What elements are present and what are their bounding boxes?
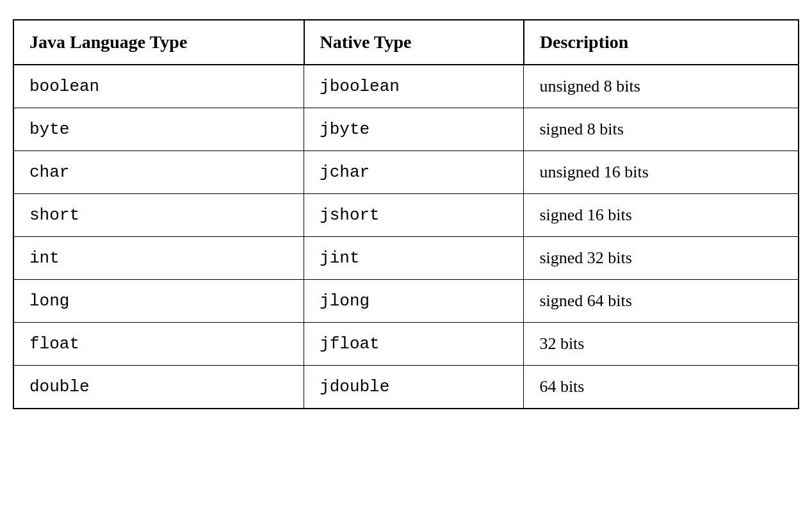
header-description: Description xyxy=(524,20,799,65)
table-row: intjintsigned 32 bits xyxy=(13,237,799,280)
table-row: bytejbytesigned 8 bits xyxy=(13,108,799,151)
table-row: doublejdouble64 bits xyxy=(13,366,799,409)
cell-native-type: jchar xyxy=(304,151,524,194)
table-wrapper: Java Language Type Native Type Descripti… xyxy=(13,19,799,409)
table-header-row: Java Language Type Native Type Descripti… xyxy=(13,20,799,65)
table-row: charjcharunsigned 16 bits xyxy=(13,151,799,194)
table-row: booleanjbooleanunsigned 8 bits xyxy=(13,65,799,108)
cell-description: 64 bits xyxy=(524,366,799,409)
cell-description: signed 16 bits xyxy=(524,194,799,237)
table-row: longjlongsigned 64 bits xyxy=(13,280,799,323)
cell-description: signed 8 bits xyxy=(524,108,799,151)
cell-java-type: int xyxy=(13,237,304,280)
header-java-language-type: Java Language Type xyxy=(13,20,304,65)
cell-java-type: boolean xyxy=(13,65,304,108)
cell-description: unsigned 8 bits xyxy=(524,65,799,108)
cell-description: 32 bits xyxy=(524,323,799,366)
cell-java-type: float xyxy=(13,323,304,366)
cell-java-type: double xyxy=(13,366,304,409)
cell-native-type: jlong xyxy=(304,280,524,323)
cell-java-type: short xyxy=(13,194,304,237)
table-row: floatjfloat32 bits xyxy=(13,323,799,366)
cell-native-type: jfloat xyxy=(304,323,524,366)
cell-native-type: jint xyxy=(304,237,524,280)
cell-java-type: byte xyxy=(13,108,304,151)
jni-types-table: Java Language Type Native Type Descripti… xyxy=(13,19,799,409)
cell-java-type: long xyxy=(13,280,304,323)
cell-native-type: jshort xyxy=(304,194,524,237)
cell-description: signed 64 bits xyxy=(524,280,799,323)
cell-native-type: jboolean xyxy=(304,65,524,108)
cell-java-type: char xyxy=(13,151,304,194)
cell-description: signed 32 bits xyxy=(524,237,799,280)
header-native-type: Native Type xyxy=(304,20,524,65)
cell-native-type: jdouble xyxy=(304,366,524,409)
table-row: shortjshortsigned 16 bits xyxy=(13,194,799,237)
cell-description: unsigned 16 bits xyxy=(524,151,799,194)
cell-native-type: jbyte xyxy=(304,108,524,151)
